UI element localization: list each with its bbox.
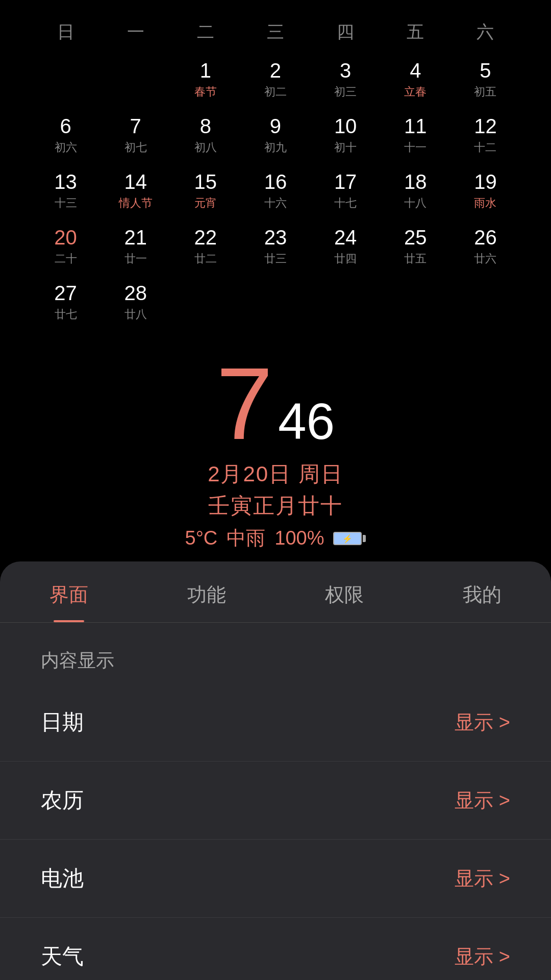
setting-row[interactable]: 日期显示 > (0, 683, 551, 762)
section-title: 内容显示 (0, 623, 551, 683)
calendar-cell[interactable]: 4立春 (381, 54, 450, 105)
setting-label: 电池 (41, 864, 84, 893)
calendar-cell (240, 277, 310, 327)
calendar-day-number: 25 (404, 226, 427, 249)
calendar-cell[interactable]: 23廿三 (240, 221, 310, 272)
calendar-cell[interactable]: 5初五 (450, 54, 520, 105)
calendar-day-label: 廿三 (264, 251, 287, 266)
setting-row[interactable]: 电池显示 > (0, 840, 551, 918)
calendar-cell[interactable]: 21廿一 (101, 221, 170, 272)
setting-value[interactable]: 显示 > (455, 944, 510, 970)
calendar-cell (101, 54, 170, 105)
tab-功能[interactable]: 功能 (138, 561, 276, 622)
calendar-day-label: 立春 (404, 84, 427, 100)
weekday-label: 六 (455, 20, 516, 44)
tab-权限[interactable]: 权限 (276, 561, 413, 622)
calendar-day-label: 廿一 (124, 251, 147, 266)
calendar-day-label: 十二 (474, 140, 496, 155)
calendar-day-number: 10 (334, 115, 357, 138)
calendar-day-label: 二十 (55, 251, 77, 266)
calendar-day-number: 14 (124, 170, 147, 193)
calendar-cell[interactable]: 6初六 (31, 110, 101, 160)
weekday-label: 日 (35, 20, 96, 44)
calendar-cell[interactable]: 10初十 (311, 110, 381, 160)
calendar-cell[interactable]: 1春节 (170, 54, 240, 105)
calendar-day-number: 5 (480, 59, 491, 82)
calendar-cell[interactable]: 19雨水 (450, 165, 520, 216)
tab-我的[interactable]: 我的 (413, 561, 551, 622)
week-header: 日一二三四五六 (31, 20, 520, 44)
setting-value[interactable]: 显示 > (455, 788, 510, 814)
calendar-cell[interactable]: 20二十 (31, 221, 101, 272)
calendar-cell[interactable]: 25廿五 (381, 221, 450, 272)
tab-界面[interactable]: 界面 (0, 561, 138, 622)
calendar-day-label: 情人节 (119, 195, 153, 211)
calendar-day-label: 廿六 (474, 251, 496, 266)
clock-minute: 46 (278, 396, 335, 447)
clock-date: 2月20日 周日 (208, 460, 343, 488)
calendar-cell[interactable]: 27廿七 (31, 277, 101, 327)
calendar-cell[interactable]: 24廿四 (311, 221, 381, 272)
calendar-cell (31, 54, 101, 105)
weekday-label: 四 (315, 20, 376, 44)
calendar-day-number: 22 (194, 226, 217, 249)
setting-value[interactable]: 显示 > (455, 709, 510, 736)
calendar-cell[interactable]: 18十八 (381, 165, 450, 216)
calendar-day-number: 12 (474, 115, 497, 138)
calendar-day-number: 16 (264, 170, 287, 193)
calendar-day-label: 十七 (334, 195, 357, 211)
calendar-cell[interactable]: 7初七 (101, 110, 170, 160)
calendar-cell[interactable]: 26廿六 (450, 221, 520, 272)
calendar-day-number: 17 (334, 170, 357, 193)
calendar-cell[interactable]: 11十一 (381, 110, 450, 160)
calendar-day-number: 9 (270, 115, 281, 138)
calendar-day-label: 初九 (264, 140, 287, 155)
calendar-day-label: 初八 (194, 140, 217, 155)
calendar-day-number: 1 (200, 59, 211, 82)
calendar-day-number: 4 (410, 59, 421, 82)
battery-bolt-icon: ⚡ (342, 533, 353, 543)
calendar-cell[interactable]: 3初三 (311, 54, 381, 105)
bottom-panel: 界面功能权限我的 内容显示 日期显示 >农历显示 >电池显示 >天气显示 >计步… (0, 561, 551, 980)
setting-row[interactable]: 农历显示 > (0, 762, 551, 840)
calendar-cell[interactable]: 17十七 (311, 165, 381, 216)
calendar-cell[interactable]: 28廿八 (101, 277, 170, 327)
calendar-cell[interactable]: 14情人节 (101, 165, 170, 216)
calendar-grid: 1春节2初二3初三4立春5初五6初六7初七8初八9初九10初十11十一12十二1… (31, 54, 520, 327)
calendar-cell[interactable]: 15元宵 (170, 165, 240, 216)
setting-label: 农历 (41, 786, 84, 815)
calendar-day-label: 十六 (264, 195, 287, 211)
calendar-day-label: 廿七 (55, 307, 77, 322)
clock-time: 7 46 (216, 353, 335, 455)
calendar-cell (450, 277, 520, 327)
calendar-day-label: 廿二 (194, 251, 217, 266)
battery-percent: 100% (274, 527, 324, 549)
setting-label: 日期 (41, 708, 84, 737)
calendar-day-number: 26 (474, 226, 497, 249)
calendar-day-number: 7 (130, 115, 141, 138)
calendar-cell[interactable]: 12十二 (450, 110, 520, 160)
calendar-cell[interactable]: 9初九 (240, 110, 310, 160)
setting-row[interactable]: 天气显示 > (0, 918, 551, 980)
calendar-cell[interactable]: 22廿二 (170, 221, 240, 272)
clock-section: 7 46 2月20日 周日 壬寅正月廿十 5°C 中雨 100% ⚡ (0, 337, 551, 561)
clock-hour: 7 (216, 353, 273, 455)
calendar-day-label: 十一 (404, 140, 427, 155)
calendar-day-label: 初六 (55, 140, 77, 155)
calendar-day-number: 19 (474, 170, 497, 193)
setting-value[interactable]: 显示 > (455, 866, 510, 892)
calendar-cell[interactable]: 8初八 (170, 110, 240, 160)
calendar-day-number: 21 (124, 226, 147, 249)
calendar-cell[interactable]: 2初二 (240, 54, 310, 105)
calendar-day-label: 廿八 (124, 307, 147, 322)
calendar-cell[interactable]: 16十六 (240, 165, 310, 216)
calendar-cell (170, 277, 240, 327)
calendar-day-number: 8 (200, 115, 211, 138)
calendar-day-label: 初七 (124, 140, 147, 155)
tabs: 界面功能权限我的 (0, 561, 551, 623)
calendar-day-label: 廿五 (404, 251, 427, 266)
calendar-cell[interactable]: 13十三 (31, 165, 101, 216)
calendar-cell (381, 277, 450, 327)
calendar-day-label: 春节 (194, 84, 217, 100)
weekday-label: 一 (105, 20, 166, 44)
